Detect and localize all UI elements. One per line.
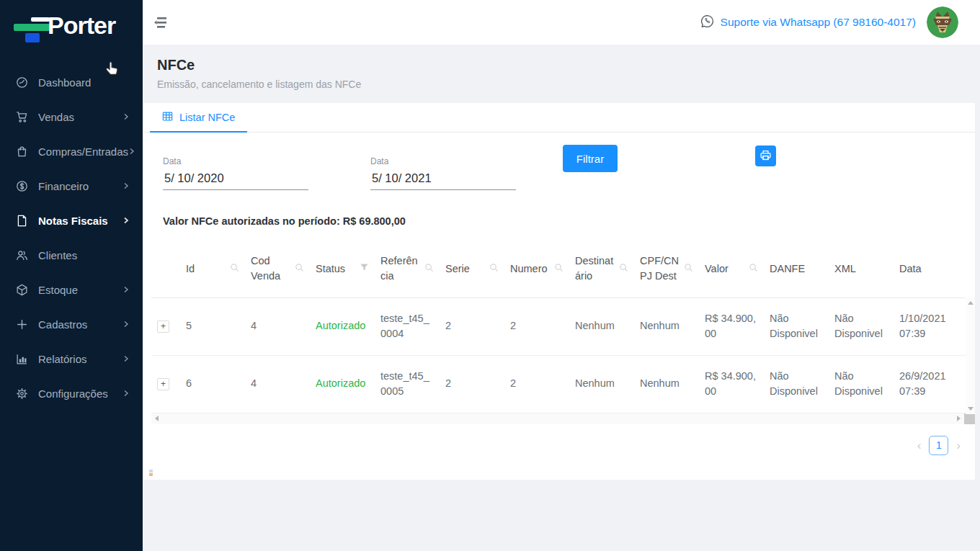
- sidebar-item-vendas[interactable]: Vendas: [0, 99, 143, 134]
- search-icon[interactable]: [295, 261, 304, 276]
- cell-serie: 2: [440, 355, 504, 413]
- column-header-data[interactable]: Data: [894, 240, 966, 297]
- page-subtitle: Emissão, cancelamento e listagem das NFC…: [157, 79, 963, 90]
- search-icon[interactable]: [554, 261, 564, 276]
- brand-name: Porter: [48, 12, 115, 40]
- sidebar: Porter Dashboard Vendas Compras/: [0, 0, 143, 551]
- search-icon[interactable]: [489, 261, 499, 276]
- sidebar-item-label: Compras/Entradas: [38, 145, 128, 158]
- scroll-down-icon[interactable]: [968, 407, 974, 411]
- sidebar-item-cadastros[interactable]: Cadastros: [0, 307, 143, 341]
- date-from-field[interactable]: Data 5/ 10/ 2020: [163, 156, 308, 190]
- tab-label: Listar NFCe: [179, 112, 235, 123]
- column-header-status[interactable]: Status: [310, 240, 375, 297]
- expand-row-button[interactable]: +: [157, 378, 169, 390]
- cell-valor: R$ 34.900,00: [699, 355, 764, 413]
- table-header-row: Id Cod Venda Status Referência Serie Num…: [151, 240, 966, 297]
- bag-icon: [16, 145, 28, 158]
- date-from-label: Data: [163, 156, 308, 166]
- sidebar-item-dashboard[interactable]: Dashboard: [0, 65, 143, 99]
- sidebar-item-label: Estoque: [38, 284, 122, 296]
- nfce-table-zone: Id Cod Venda Status Referência Serie Num…: [151, 240, 966, 413]
- whatsapp-support-link[interactable]: Suporte via Whatsapp (67 98160-4017): [700, 14, 916, 31]
- sidebar-item-compras-entradas[interactable]: Compras/Entradas: [0, 134, 143, 169]
- column-header-cpf-cnpj[interactable]: CPF/CNPJ Dest: [634, 240, 699, 297]
- filter-funnel-icon[interactable]: [360, 261, 369, 276]
- column-header-danfe[interactable]: DANFE: [764, 240, 829, 297]
- tab-listar-nfce[interactable]: Listar NFCe: [150, 103, 247, 133]
- column-header-xml[interactable]: XML: [829, 240, 894, 297]
- expand-row-button[interactable]: +: [157, 321, 169, 333]
- vertical-scrollbar[interactable]: [966, 297, 975, 414]
- cell-numero: 2: [504, 355, 569, 413]
- cell-destinatario: Nenhum: [569, 297, 634, 355]
- page-number-button[interactable]: 1: [929, 436, 948, 455]
- chevron-right-icon: [122, 321, 130, 328]
- chart-icon: [16, 353, 28, 365]
- scroll-left-icon[interactable]: [151, 416, 162, 421]
- cell-serie: 2: [440, 297, 504, 355]
- column-header-valor[interactable]: Valor: [699, 240, 764, 297]
- file-icon: [16, 215, 28, 227]
- brand-logo[interactable]: Porter: [0, 10, 143, 55]
- next-page-icon[interactable]: ›: [956, 439, 961, 452]
- search-icon[interactable]: [749, 261, 758, 276]
- dashboard-icon: [16, 76, 28, 89]
- table-icon: [162, 111, 173, 124]
- scroll-up-icon[interactable]: [968, 301, 974, 305]
- search-icon[interactable]: [424, 261, 434, 276]
- sidebar-item-relatorios[interactable]: Relatórios: [0, 341, 143, 376]
- column-header-id[interactable]: Id: [180, 240, 245, 297]
- expand-column-header: [151, 240, 180, 297]
- cell-id: 5: [180, 297, 245, 355]
- page-header: NFCe Emissão, cancelamento e listagem da…: [143, 45, 980, 103]
- users-icon: [16, 249, 28, 261]
- sidebar-item-estoque[interactable]: Estoque: [0, 272, 143, 307]
- column-header-numero[interactable]: Numero: [504, 240, 569, 297]
- date-from-input[interactable]: 5/ 10/ 2020: [163, 166, 308, 190]
- column-header-destinatario[interactable]: Destinatário: [569, 240, 634, 297]
- support-label: Suporte via Whatsapp (67 98160-4017): [721, 16, 916, 29]
- sidebar-nav: Dashboard Vendas Compras/Entradas: [0, 65, 143, 411]
- cell-danfe: Não Disponivel: [764, 355, 829, 413]
- horizontal-scrollbar[interactable]: [151, 413, 975, 424]
- user-avatar[interactable]: [927, 6, 958, 38]
- sidebar-item-financeiro[interactable]: Financeiro: [0, 169, 143, 203]
- column-header-cod-venda[interactable]: Cod Venda: [245, 240, 310, 297]
- table-row: + 5 4 Autorizado teste_t45_0004 2 2 Nenh…: [151, 297, 966, 355]
- sidebar-item-clientes[interactable]: Clientes: [0, 238, 143, 272]
- date-to-field[interactable]: Data 5/ 10/ 2021: [370, 156, 516, 190]
- cell-cod-venda: 4: [245, 297, 310, 355]
- cell-cod-venda: 4: [245, 355, 310, 413]
- chevron-right-icon: [122, 390, 130, 397]
- cell-xml: Não Disponivel: [829, 297, 894, 355]
- printer-icon: [760, 149, 772, 163]
- search-icon[interactable]: [230, 261, 239, 276]
- chevron-right-icon: [128, 148, 135, 155]
- scroll-right-icon[interactable]: [953, 416, 964, 421]
- search-icon[interactable]: [619, 261, 628, 276]
- chevron-right-icon: [122, 217, 130, 224]
- sidebar-item-configuracoes[interactable]: Configurações: [0, 376, 143, 411]
- stray-glyph: [149, 470, 153, 476]
- prev-page-icon[interactable]: ‹: [917, 439, 922, 452]
- sidebar-item-label: Clientes: [38, 249, 130, 261]
- filter-button[interactable]: Filtrar: [563, 145, 618, 172]
- sidebar-item-label: Configurações: [38, 388, 122, 400]
- sidebar-item-label: Dashboard: [38, 76, 130, 89]
- plus-icon: [16, 318, 28, 331]
- menu-fold-icon[interactable]: [151, 12, 172, 32]
- cell-referencia: teste_t45_0005: [375, 355, 440, 413]
- cell-status: Autorizado: [310, 355, 375, 413]
- sidebar-item-notas-fiscais[interactable]: Notas Fiscais: [0, 203, 143, 238]
- date-to-input[interactable]: 5/ 10/ 2021: [370, 166, 516, 190]
- column-header-serie[interactable]: Serie: [440, 240, 504, 297]
- topbar: Suporte via Whatsapp (67 98160-4017): [143, 0, 980, 45]
- column-header-referencia[interactable]: Referência: [375, 240, 440, 297]
- print-button[interactable]: [755, 145, 776, 166]
- search-icon[interactable]: [684, 261, 693, 276]
- sidebar-item-label: Notas Fiscais: [38, 215, 122, 227]
- cube-icon: [16, 284, 28, 296]
- sidebar-item-label: Cadastros: [38, 318, 122, 331]
- cell-referencia: teste_t45_0004: [375, 297, 440, 355]
